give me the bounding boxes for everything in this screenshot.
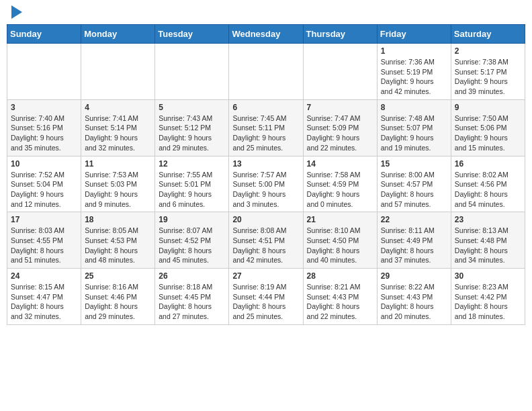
calendar-cell-w1d6: 9Sunrise: 7:50 AMSunset: 5:06 PMDaylight… <box>451 99 525 156</box>
week-row-4: 24Sunrise: 8:15 AMSunset: 4:47 PMDayligh… <box>7 269 525 325</box>
calendar-cell-w2d6: 16Sunrise: 8:02 AMSunset: 4:56 PMDayligh… <box>451 156 525 212</box>
day-header-wednesday: Wednesday <box>229 25 303 44</box>
day-info: Sunrise: 8:15 AMSunset: 4:47 PMDaylight:… <box>11 282 77 322</box>
day-number: 21 <box>307 215 373 224</box>
day-number: 23 <box>455 215 521 224</box>
calendar-cell-w4d6: 30Sunrise: 8:23 AMSunset: 4:42 PMDayligh… <box>451 269 525 325</box>
day-info: Sunrise: 8:19 AMSunset: 4:44 PMDaylight:… <box>232 282 299 322</box>
calendar-cell-w3d5: 22Sunrise: 8:11 AMSunset: 4:49 PMDayligh… <box>377 212 451 269</box>
day-info: Sunrise: 7:40 AMSunset: 5:16 PMDaylight:… <box>11 113 77 153</box>
calendar-cell-w2d4: 14Sunrise: 7:58 AMSunset: 4:59 PMDayligh… <box>303 156 377 212</box>
calendar-cell-w0d5: 1Sunrise: 7:36 AMSunset: 5:19 PMDaylight… <box>377 44 451 100</box>
calendar-cell-w2d3: 13Sunrise: 7:57 AMSunset: 5:00 PMDayligh… <box>229 156 303 212</box>
calendar-cell-w4d2: 26Sunrise: 8:18 AMSunset: 4:45 PMDayligh… <box>155 269 229 325</box>
day-info: Sunrise: 8:16 AMSunset: 4:46 PMDaylight:… <box>85 282 151 322</box>
day-info: Sunrise: 7:38 AMSunset: 5:17 PMDaylight:… <box>455 57 521 97</box>
day-number: 13 <box>232 159 299 169</box>
day-info: Sunrise: 7:53 AMSunset: 5:03 PMDaylight:… <box>85 170 151 210</box>
day-info: Sunrise: 8:21 AMSunset: 4:43 PMDaylight:… <box>307 282 373 322</box>
day-number: 14 <box>307 159 373 169</box>
day-number: 29 <box>381 271 447 281</box>
day-info: Sunrise: 7:58 AMSunset: 4:59 PMDaylight:… <box>307 170 373 210</box>
calendar-cell-w4d4: 28Sunrise: 8:21 AMSunset: 4:43 PMDayligh… <box>303 269 377 325</box>
calendar-cell-w1d5: 8Sunrise: 7:48 AMSunset: 5:07 PMDaylight… <box>377 99 451 156</box>
day-number: 11 <box>85 159 151 169</box>
day-number: 5 <box>159 103 225 112</box>
day-number: 12 <box>159 159 225 169</box>
day-info: Sunrise: 8:08 AMSunset: 4:51 PMDaylight:… <box>232 226 299 265</box>
day-header-friday: Friday <box>377 25 451 44</box>
day-number: 19 <box>159 215 225 224</box>
calendar-cell-w1d0: 3Sunrise: 7:40 AMSunset: 5:16 PMDaylight… <box>7 99 81 156</box>
calendar-cell-w1d2: 5Sunrise: 7:43 AMSunset: 5:12 PMDaylight… <box>155 99 229 156</box>
calendar-cell-w1d3: 6Sunrise: 7:45 AMSunset: 5:11 PMDaylight… <box>229 99 303 156</box>
calendar-cell-w2d0: 10Sunrise: 7:52 AMSunset: 5:04 PMDayligh… <box>7 156 81 212</box>
calendar-cell-w0d2 <box>155 44 229 100</box>
calendar-cell-w3d6: 23Sunrise: 8:13 AMSunset: 4:48 PMDayligh… <box>451 212 525 269</box>
day-info: Sunrise: 8:02 AMSunset: 4:56 PMDaylight:… <box>455 170 521 210</box>
calendar-cell-w3d0: 17Sunrise: 8:03 AMSunset: 4:55 PMDayligh… <box>7 212 81 269</box>
day-info: Sunrise: 7:36 AMSunset: 5:19 PMDaylight:… <box>381 57 447 97</box>
week-row-2: 10Sunrise: 7:52 AMSunset: 5:04 PMDayligh… <box>7 156 525 212</box>
day-number: 26 <box>159 271 225 281</box>
day-header-saturday: Saturday <box>451 25 525 44</box>
calendar-table: SundayMondayTuesdayWednesdayThursdayFrid… <box>7 24 525 325</box>
day-header-monday: Monday <box>81 25 155 44</box>
day-info: Sunrise: 8:18 AMSunset: 4:45 PMDaylight:… <box>159 282 225 322</box>
calendar-header-row: SundayMondayTuesdayWednesdayThursdayFrid… <box>7 25 525 44</box>
day-info: Sunrise: 8:03 AMSunset: 4:55 PMDaylight:… <box>11 226 77 265</box>
day-number: 8 <box>381 103 447 112</box>
week-row-3: 17Sunrise: 8:03 AMSunset: 4:55 PMDayligh… <box>7 212 525 269</box>
day-info: Sunrise: 8:22 AMSunset: 4:43 PMDaylight:… <box>381 282 447 322</box>
day-number: 1 <box>381 46 447 56</box>
day-header-thursday: Thursday <box>303 25 377 44</box>
logo-arrow-icon <box>11 5 22 19</box>
calendar-cell-w0d0 <box>7 44 81 100</box>
week-row-1: 3Sunrise: 7:40 AMSunset: 5:16 PMDaylight… <box>7 99 525 156</box>
calendar-cell-w2d1: 11Sunrise: 7:53 AMSunset: 5:03 PMDayligh… <box>81 156 155 212</box>
day-header-sunday: Sunday <box>7 25 81 44</box>
day-number: 9 <box>455 103 521 112</box>
day-number: 22 <box>381 215 447 224</box>
day-info: Sunrise: 8:10 AMSunset: 4:50 PMDaylight:… <box>307 226 373 265</box>
calendar-cell-w0d6: 2Sunrise: 7:38 AMSunset: 5:17 PMDaylight… <box>451 44 525 100</box>
day-number: 16 <box>455 159 521 169</box>
day-info: Sunrise: 8:23 AMSunset: 4:42 PMDaylight:… <box>455 282 521 322</box>
calendar-cell-w4d3: 27Sunrise: 8:19 AMSunset: 4:44 PMDayligh… <box>229 269 303 325</box>
calendar-cell-w3d1: 18Sunrise: 8:05 AMSunset: 4:53 PMDayligh… <box>81 212 155 269</box>
calendar-cell-w0d1 <box>81 44 155 100</box>
day-number: 2 <box>455 46 521 56</box>
day-info: Sunrise: 7:41 AMSunset: 5:14 PMDaylight:… <box>85 113 151 153</box>
calendar-cell-w4d5: 29Sunrise: 8:22 AMSunset: 4:43 PMDayligh… <box>377 269 451 325</box>
calendar-cell-w4d0: 24Sunrise: 8:15 AMSunset: 4:47 PMDayligh… <box>7 269 81 325</box>
day-info: Sunrise: 7:52 AMSunset: 5:04 PMDaylight:… <box>11 170 77 210</box>
day-info: Sunrise: 7:45 AMSunset: 5:11 PMDaylight:… <box>232 113 299 153</box>
calendar-cell-w2d5: 15Sunrise: 8:00 AMSunset: 4:57 PMDayligh… <box>377 156 451 212</box>
calendar-cell-w2d2: 12Sunrise: 7:55 AMSunset: 5:01 PMDayligh… <box>155 156 229 212</box>
logo <box>9 7 22 19</box>
day-info: Sunrise: 8:13 AMSunset: 4:48 PMDaylight:… <box>455 226 521 265</box>
calendar-cell-w0d3 <box>229 44 303 100</box>
calendar-body: 1Sunrise: 7:36 AMSunset: 5:19 PMDaylight… <box>7 44 525 325</box>
day-info: Sunrise: 8:05 AMSunset: 4:53 PMDaylight:… <box>85 226 151 265</box>
day-number: 10 <box>11 159 77 169</box>
calendar-cell-w3d3: 20Sunrise: 8:08 AMSunset: 4:51 PMDayligh… <box>229 212 303 269</box>
day-info: Sunrise: 7:43 AMSunset: 5:12 PMDaylight:… <box>159 113 225 153</box>
calendar-cell-w3d4: 21Sunrise: 8:10 AMSunset: 4:50 PMDayligh… <box>303 212 377 269</box>
calendar-cell-w3d2: 19Sunrise: 8:07 AMSunset: 4:52 PMDayligh… <box>155 212 229 269</box>
day-number: 20 <box>232 215 299 224</box>
day-header-tuesday: Tuesday <box>155 25 229 44</box>
day-info: Sunrise: 7:48 AMSunset: 5:07 PMDaylight:… <box>381 113 447 153</box>
day-number: 30 <box>455 271 521 281</box>
calendar-cell-w4d1: 25Sunrise: 8:16 AMSunset: 4:46 PMDayligh… <box>81 269 155 325</box>
calendar-cell-w1d1: 4Sunrise: 7:41 AMSunset: 5:14 PMDaylight… <box>81 99 155 156</box>
header <box>7 7 525 19</box>
day-info: Sunrise: 7:50 AMSunset: 5:06 PMDaylight:… <box>455 113 521 153</box>
day-number: 25 <box>85 271 151 281</box>
day-number: 4 <box>85 103 151 112</box>
calendar-cell-w0d4 <box>303 44 377 100</box>
day-number: 18 <box>85 215 151 224</box>
week-row-0: 1Sunrise: 7:36 AMSunset: 5:19 PMDaylight… <box>7 44 525 100</box>
day-info: Sunrise: 8:11 AMSunset: 4:49 PMDaylight:… <box>381 226 447 265</box>
day-number: 28 <box>307 271 373 281</box>
